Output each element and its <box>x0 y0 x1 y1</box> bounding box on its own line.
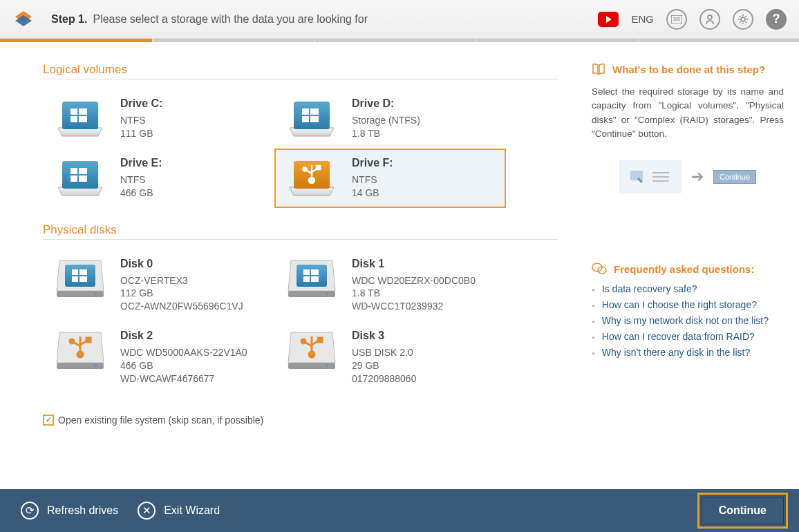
help-icon[interactable]: ? <box>766 9 787 30</box>
drive-icon <box>53 97 108 139</box>
svg-rect-17 <box>79 168 87 174</box>
svg-rect-12 <box>310 108 319 115</box>
continue-button[interactable]: Continue <box>697 493 788 529</box>
svg-rect-14 <box>310 116 319 122</box>
language-selector[interactable]: ENG <box>631 13 654 25</box>
drive-detail-line: 466 GB <box>120 359 247 372</box>
svg-rect-27 <box>65 265 95 287</box>
svg-rect-36 <box>311 269 319 275</box>
drive-name-label: Drive F: <box>352 157 393 169</box>
drive-detail-line: 14 GB <box>352 187 393 200</box>
svg-rect-31 <box>79 276 87 282</box>
svg-rect-6 <box>70 108 77 115</box>
youtube-icon[interactable] <box>598 12 619 27</box>
svg-rect-35 <box>303 269 310 275</box>
svg-point-26 <box>94 292 97 295</box>
svg-rect-16 <box>70 168 77 174</box>
step-description: Please select a storage with the data yo… <box>93 13 368 26</box>
faq-item: Is data recovery safe? <box>592 283 784 294</box>
faq-link[interactable]: Why isn't there any disk in the list? <box>602 347 750 358</box>
drive-card[interactable]: Drive D: Storage (NTFS)1.8 TB <box>274 89 506 149</box>
refresh-drives-button[interactable]: ⟳ Refresh drives <box>11 496 128 525</box>
svg-rect-37 <box>303 276 310 282</box>
drive-card[interactable]: Drive F: NTFS14 GB <box>274 149 506 208</box>
faq-heading: Frequently asked questions: <box>614 263 754 275</box>
svg-rect-10 <box>294 102 330 129</box>
svg-rect-11 <box>302 108 309 115</box>
svg-rect-38 <box>311 276 319 282</box>
faq-link[interactable]: How can I choose the right storage? <box>602 299 757 310</box>
drive-detail-line: 111 GB <box>120 127 162 140</box>
faq-item: How can I choose the right storage? <box>592 299 784 310</box>
svg-point-49 <box>301 339 306 343</box>
faq-item: How can I recover data from RAID? <box>592 331 784 342</box>
drive-detail-line: WDC WD20EZRX-00DC0B0 <box>352 274 476 287</box>
open-existing-fs-checkbox[interactable]: ✓ <box>43 415 54 426</box>
drive-detail-line: WD-WCAWF4676677 <box>120 372 247 386</box>
svg-rect-5 <box>62 102 98 129</box>
drive-card[interactable]: Drive E: NTFS466 GB <box>43 149 274 208</box>
drive-name-label: Drive C: <box>120 97 162 110</box>
drive-detail-line: OCZ-AWNZ0FW55696C1VJ <box>120 300 243 313</box>
exit-wizard-button[interactable]: ✕ Exit Wizard <box>128 496 229 525</box>
svg-rect-7 <box>79 108 87 115</box>
whats-to-be-done-heading: What's to be done at this step? <box>612 64 765 75</box>
drive-detail-line: WD-WCC1T0239932 <box>352 300 476 313</box>
drive-icon <box>284 258 339 299</box>
drive-card[interactable]: Disk 2 WDC WD5000AAKS-22V1A0466 GBWD-WCA… <box>43 321 274 394</box>
svg-rect-44 <box>86 338 91 342</box>
faq-link[interactable]: How can I recover data from RAID? <box>602 331 755 342</box>
drive-name-label: Disk 1 <box>352 258 476 270</box>
drive-detail-line: USB DISK 2.0 <box>352 346 416 359</box>
drive-card[interactable]: Drive C: NTFS111 GB <box>43 89 274 149</box>
svg-rect-50 <box>318 338 322 342</box>
svg-rect-51 <box>630 171 643 180</box>
user-icon[interactable] <box>699 9 720 30</box>
drive-name-label: Drive D: <box>352 97 420 110</box>
svg-point-3 <box>708 15 712 19</box>
svg-rect-34 <box>297 265 327 287</box>
drive-card[interactable]: Disk 1 WDC WD20EZRX-00DC0B01.8 TBWD-WCC1… <box>274 249 506 322</box>
header-title: Step 1. Please select a storage with the… <box>51 13 598 26</box>
faq-link[interactable]: Is data recovery safe? <box>602 283 697 294</box>
drive-card[interactable]: Disk 0 OCZ-VERTEX3112 GBOCZ-AWNZ0FW55696… <box>43 249 274 322</box>
refresh-icon: ⟳ <box>21 502 39 520</box>
drive-name-label: Drive E: <box>120 157 162 169</box>
book-icon <box>592 63 605 75</box>
svg-rect-18 <box>70 175 77 182</box>
app-logo-icon <box>12 8 35 30</box>
drive-card[interactable]: Disk 3 USB DISK 2.029 GB017209888060 <box>274 321 506 394</box>
svg-rect-29 <box>79 269 87 275</box>
header-bar: Step 1. Please select a storage with the… <box>0 0 799 39</box>
drive-icon <box>53 330 108 371</box>
svg-rect-15 <box>62 161 98 189</box>
help-sidebar: What's to be done at this step? Select t… <box>583 63 784 482</box>
drive-detail-line: NTFS <box>120 173 162 187</box>
drive-icon <box>53 157 108 198</box>
help-illustration: ➔ Continue <box>592 160 784 193</box>
keyboard-icon[interactable] <box>666 9 687 30</box>
drive-detail-line: 112 GB <box>120 287 243 300</box>
faq-icon <box>592 263 607 275</box>
drive-detail-line: 1.8 TB <box>352 287 476 300</box>
svg-rect-8 <box>70 116 77 122</box>
faq-item: Why isn't there any disk in the list? <box>592 347 784 358</box>
settings-gear-icon[interactable] <box>733 9 753 30</box>
svg-rect-28 <box>72 269 78 275</box>
faq-item: Why is my network disk not on the list? <box>592 315 784 326</box>
faq-link[interactable]: Why is my network disk not on the list? <box>602 315 769 326</box>
close-icon: ✕ <box>138 502 156 520</box>
svg-rect-13 <box>302 116 309 122</box>
drive-detail-line: 1.8 TB <box>352 127 420 140</box>
drive-detail-line: Storage (NTFS) <box>352 114 420 127</box>
drive-name-label: Disk 2 <box>120 330 247 342</box>
drive-icon <box>284 97 339 139</box>
drive-detail-line: WDC WD5000AAKS-22V1A0 <box>120 346 247 359</box>
svg-rect-0 <box>671 15 682 23</box>
svg-point-46 <box>326 364 328 367</box>
logical-volumes-heading: Logical volumes <box>43 63 563 77</box>
help-text: Select the required storage by its name … <box>592 85 784 141</box>
drive-icon <box>284 157 339 198</box>
drive-detail-line: 29 GB <box>352 359 416 372</box>
svg-rect-24 <box>317 166 320 169</box>
